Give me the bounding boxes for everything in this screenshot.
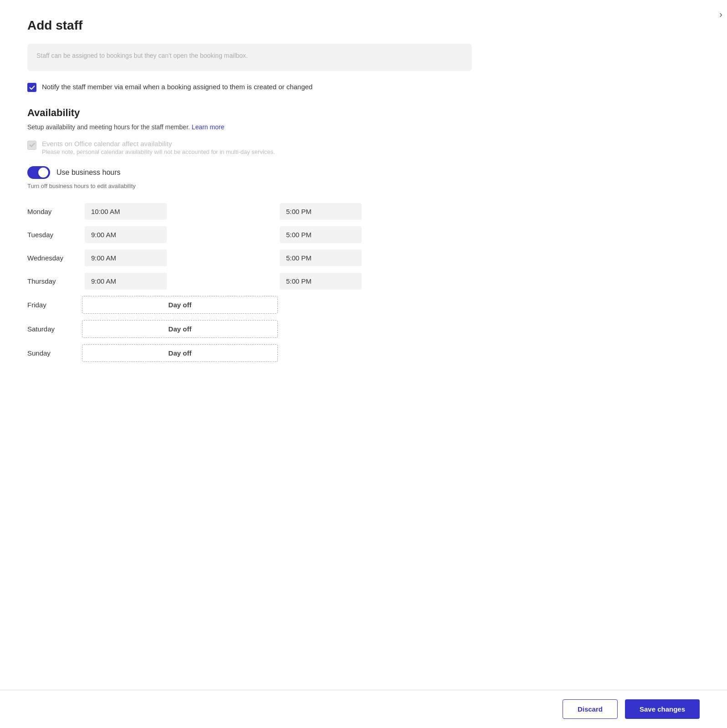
table-row: Thursday bbox=[27, 271, 472, 291]
business-hours-toggle-row: Use business hours bbox=[27, 166, 472, 179]
day-off-box[interactable]: Day off bbox=[82, 344, 278, 362]
table-row: SaturdayDay off bbox=[27, 318, 472, 340]
day-label: Thursday bbox=[27, 271, 82, 291]
end-time-input[interactable] bbox=[280, 249, 362, 266]
checkmark-icon bbox=[29, 85, 35, 91]
faded-description: Staff can be assigned to bookings but th… bbox=[27, 44, 472, 71]
notify-checkbox-row: Notify the staff member via email when a… bbox=[27, 82, 472, 92]
notify-checkbox[interactable] bbox=[27, 83, 36, 92]
toggle-knob bbox=[38, 168, 48, 178]
day-label: Wednesday bbox=[27, 248, 82, 268]
availability-section-title: Availability bbox=[27, 107, 472, 119]
day-label: Tuesday bbox=[27, 224, 82, 245]
page-title: Add staff bbox=[27, 18, 472, 33]
table-row: Wednesday bbox=[27, 248, 472, 268]
start-time-input[interactable] bbox=[85, 273, 167, 290]
day-label: Saturday bbox=[27, 318, 82, 340]
office-calendar-label: Events on Office calendar affect availab… bbox=[42, 140, 275, 148]
end-time-input[interactable] bbox=[280, 203, 362, 220]
day-label: Friday bbox=[27, 294, 82, 316]
end-time-input[interactable] bbox=[280, 273, 362, 290]
notify-checkbox-label: Notify the staff member via email when a… bbox=[42, 82, 312, 92]
business-hours-sublabel: Turn off business hours to edit availabi… bbox=[27, 183, 472, 189]
schedule-table: MondayTuesdayWednesdayThursdayFridayDay … bbox=[27, 199, 472, 367]
day-off-box[interactable]: Day off bbox=[82, 296, 278, 314]
start-time-input[interactable] bbox=[85, 203, 167, 220]
start-time-input[interactable] bbox=[85, 249, 167, 266]
table-row: SundayDay off bbox=[27, 342, 472, 364]
learn-more-link[interactable]: Learn more bbox=[192, 123, 225, 131]
business-hours-toggle[interactable] bbox=[27, 166, 50, 179]
start-time-input[interactable] bbox=[85, 226, 167, 243]
table-row: FridayDay off bbox=[27, 294, 472, 316]
business-hours-label: Use business hours bbox=[56, 168, 121, 177]
office-calendar-sublabel: Please note, personal calendar availabil… bbox=[42, 148, 275, 155]
day-off-box[interactable]: Day off bbox=[82, 320, 278, 338]
day-label: Sunday bbox=[27, 342, 82, 364]
checkmark-disabled-icon bbox=[29, 142, 35, 148]
table-row: Tuesday bbox=[27, 224, 472, 245]
table-row: Monday bbox=[27, 201, 472, 222]
office-calendar-row: Events on Office calendar affect availab… bbox=[27, 140, 472, 155]
availability-description: Setup availability and meeting hours for… bbox=[27, 123, 472, 131]
end-time-input[interactable] bbox=[280, 226, 362, 243]
office-calendar-checkbox[interactable] bbox=[27, 141, 36, 150]
day-label: Monday bbox=[27, 201, 82, 222]
